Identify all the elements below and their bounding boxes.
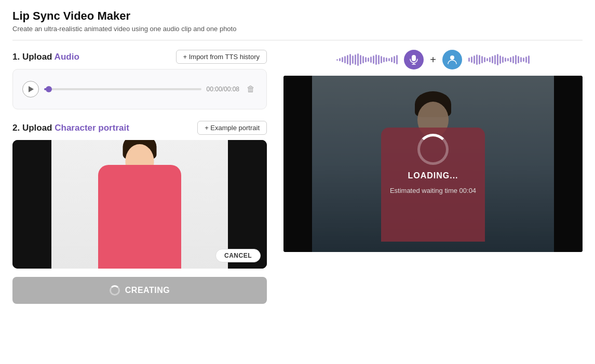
waveform-bar: [357, 53, 359, 66]
waveform-bar: [484, 57, 485, 62]
waveform-bar: [381, 56, 382, 63]
waveform-bar: [370, 57, 372, 63]
waveform-bar: [518, 56, 519, 63]
waveform-bar: [342, 57, 343, 62]
waveform-left: [336, 53, 398, 66]
svg-rect-0: [412, 55, 416, 61]
waveform-bar: [479, 55, 480, 64]
portrait-figure: [51, 140, 228, 269]
waveform-bar: [339, 58, 341, 61]
audio-time: 00:00/00:08: [207, 86, 239, 93]
upload-portrait-title: 2. Upload Character portrait: [12, 123, 129, 133]
page-subtitle: Create an ultra-realistic animated video…: [12, 25, 583, 33]
waveform-bar: [386, 58, 387, 62]
waveform-bar: [347, 55, 348, 64]
waveform-bar: [368, 58, 369, 62]
waveform-bar: [336, 59, 338, 61]
progress-dot: [46, 86, 52, 92]
waveform-bar: [468, 58, 470, 62]
waveform-bar: [512, 56, 514, 63]
play-icon: [29, 86, 34, 92]
waveform-bar: [486, 58, 488, 61]
waveform-bar: [489, 57, 491, 62]
waveform-bar: [510, 57, 511, 62]
waveform-bar: [494, 55, 496, 64]
progress-track: [44, 88, 201, 90]
waveform-bar: [528, 55, 530, 64]
creating-button[interactable]: CREATING: [12, 277, 267, 304]
waveform-bar: [502, 57, 504, 63]
import-tts-history-button[interactable]: + Import from TTS history: [176, 50, 267, 64]
waveform-bar: [394, 56, 395, 63]
page-title: Lip Sync Video Maker: [12, 9, 583, 23]
creating-label: CREATING: [125, 286, 170, 295]
cancel-button[interactable]: CANCEL: [215, 249, 261, 262]
waveform-bar: [391, 57, 393, 62]
waveform-bar: [507, 58, 509, 61]
waveform-right: [468, 54, 530, 65]
waveform-bar: [388, 58, 390, 61]
waveform-bar: [378, 55, 380, 64]
user-icon: [448, 54, 457, 65]
waveform-bar: [523, 58, 524, 62]
creating-spinner: [110, 285, 120, 296]
waveform-bar: [481, 56, 483, 63]
user-icon-button[interactable]: [442, 50, 462, 69]
plus-icon: +: [430, 54, 436, 66]
upload-audio-title: 1. Upload Audio: [12, 52, 79, 62]
portrait-center-area: [51, 140, 228, 269]
waveform-bar: [515, 55, 517, 64]
waveform-bar: [373, 55, 374, 64]
waveform-bar: [344, 56, 346, 63]
waveform-bar: [505, 58, 506, 62]
waveform-bar: [476, 54, 478, 65]
woman-body: [98, 165, 181, 269]
waveform-bar: [474, 55, 475, 64]
waveform-bar: [365, 57, 367, 62]
waveform-bar: [492, 56, 493, 63]
play-button[interactable]: [22, 81, 39, 97]
waveform-bar: [360, 55, 361, 64]
waveform-bar: [352, 55, 354, 64]
loading-overlay: LOADING... Estimated waiting time 00:04: [283, 76, 583, 252]
waveform-bar: [383, 57, 385, 62]
portrait-upload-box[interactable]: CANCEL: [12, 140, 267, 269]
waveform-bar: [525, 57, 527, 63]
waveform-bar: [355, 54, 356, 65]
audio-progress-container[interactable]: [44, 88, 201, 90]
waveform-bar: [362, 56, 364, 63]
loading-spinner: [417, 134, 449, 165]
loading-text: LOADING...: [408, 171, 458, 180]
video-preview: LOADING... Estimated waiting time 00:04: [283, 76, 583, 252]
svg-point-3: [450, 55, 454, 60]
waveform-bar: [375, 54, 377, 65]
audio-player-box: 00:00/00:08 🗑: [12, 69, 267, 109]
mic-icon: [409, 54, 418, 65]
waveform-bar: [520, 57, 522, 62]
waveform-header: +: [283, 50, 583, 69]
waveform-bar: [349, 54, 351, 65]
waveform-bar: [497, 54, 498, 65]
example-portrait-button[interactable]: + Example portrait: [197, 121, 267, 135]
delete-audio-button[interactable]: 🗑: [245, 82, 257, 96]
header-divider: [12, 40, 583, 40]
mic-icon-button[interactable]: [404, 50, 424, 69]
waveform-bar: [499, 55, 501, 64]
loading-subtext: Estimated waiting time 00:04: [390, 187, 476, 194]
waveform-bar: [396, 55, 398, 64]
waveform-bar: [471, 57, 472, 63]
